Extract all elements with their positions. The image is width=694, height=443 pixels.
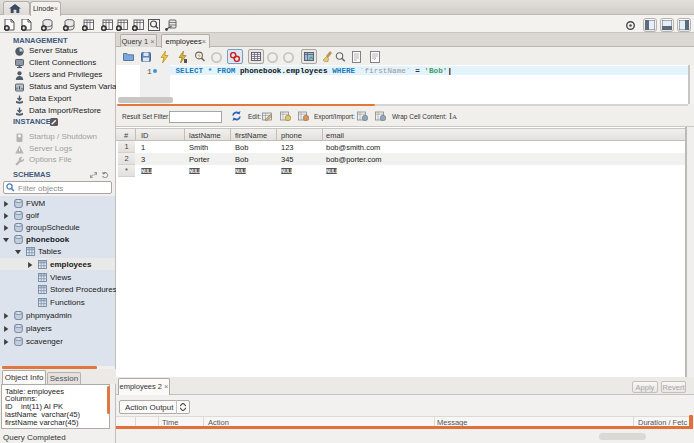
svg-text:A: A [452, 113, 457, 121]
